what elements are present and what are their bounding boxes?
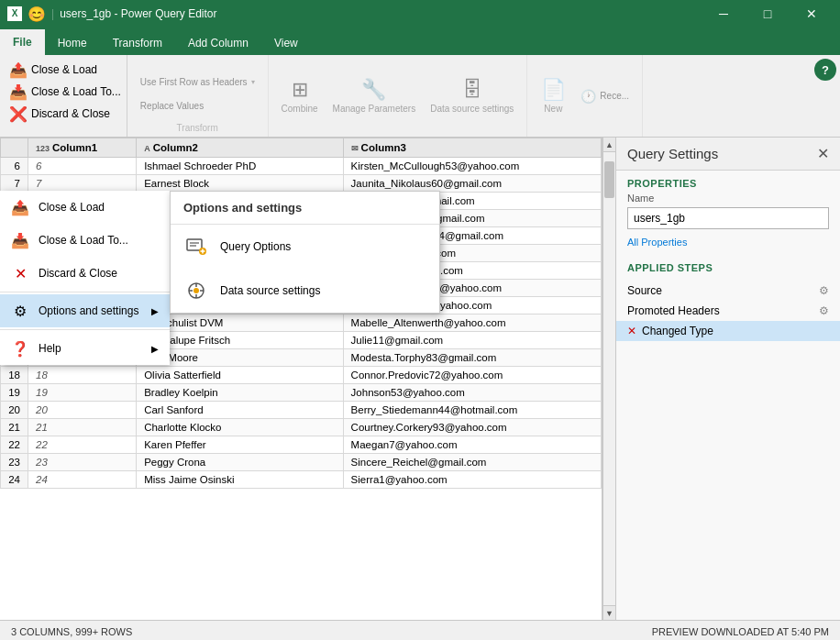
data-source-settings-btn[interactable]: 🗄 Data source settings bbox=[425, 68, 519, 125]
step-item[interactable]: Source⚙ bbox=[616, 281, 840, 301]
scroll-thumb[interactable] bbox=[604, 161, 614, 198]
menu-item-discard-close[interactable]: ✕ Discard & Close bbox=[0, 257, 170, 290]
row-index-cell: 6 bbox=[1, 158, 28, 175]
col-header-email: ✉Column3 bbox=[343, 138, 601, 158]
menu-divider-1 bbox=[0, 292, 170, 292]
recent-btn[interactable]: 🕐 Rece... bbox=[575, 85, 635, 107]
row-email-cell: Sincere_Reichel@gmail.com bbox=[343, 454, 601, 471]
tab-view[interactable]: View bbox=[261, 31, 311, 55]
row-email-cell: Courtney.Corkery93@yahoo.com bbox=[343, 419, 601, 436]
tab-transform[interactable]: Transform bbox=[100, 31, 175, 55]
scroll-up-btn[interactable]: ▲ bbox=[603, 138, 615, 152]
status-columns-rows: 3 COLUMNS, 999+ ROWS bbox=[11, 626, 132, 637]
row-name-cell: Bradley Koelpin bbox=[137, 384, 343, 402]
step-item[interactable]: Promoted Headers⚙ bbox=[616, 301, 840, 321]
table-row[interactable]: 2424Miss Jaime OsinskiSierra1@yahoo.com bbox=[1, 471, 602, 489]
menu-item-options[interactable]: ⚙ Options and settings ▶ bbox=[0, 294, 170, 327]
transform-group-label: Transform bbox=[177, 123, 218, 133]
discard-close-btn[interactable]: ❌ Discard & Close bbox=[4, 103, 127, 125]
table-row[interactable]: 2020Carl SanfordBerry_Stiedemann44@hotma… bbox=[1, 402, 602, 419]
query-options-icon bbox=[183, 234, 209, 259]
step-label: Source bbox=[627, 284, 662, 297]
data-source-settings-label: Data source settings bbox=[430, 104, 514, 114]
row-name-cell: Ishmael Schroeder PhD bbox=[137, 158, 343, 175]
app-icon: X bbox=[7, 6, 22, 21]
close-load-label: Close & Load bbox=[31, 63, 97, 76]
row-num-cell: 24 bbox=[28, 471, 137, 489]
vertical-scrollbar[interactable]: ▲ ▼ bbox=[602, 138, 615, 620]
row-email-cell: Maegan7@yahoo.com bbox=[343, 436, 601, 454]
qs-title: Query Settings bbox=[627, 146, 718, 161]
manage-params-label: Manage Parameters bbox=[333, 104, 416, 114]
status-bar: 3 COLUMNS, 999+ ROWS PREVIEW DOWNLOADED … bbox=[0, 620, 840, 640]
step-item[interactable]: ✕Changed Type bbox=[616, 321, 840, 341]
ribbon-group-query: Use First Row as Headers ▾ Replace Value… bbox=[127, 55, 269, 137]
new-icon: 📄 bbox=[541, 78, 566, 102]
close-load-to-label: Close & Load To... bbox=[31, 85, 121, 98]
row-email-cell: Mabelle_Altenwerth@yahoo.com bbox=[343, 314, 601, 332]
qs-name-input[interactable] bbox=[627, 207, 829, 229]
table-row[interactable]: 1919Bradley KoelpinJohnson53@yahoo.com bbox=[1, 384, 602, 402]
title-bar: X 😊 | users_1gb - Power Query Editor ─ □… bbox=[0, 0, 840, 28]
menu-divider-2 bbox=[0, 329, 170, 330]
new-btn[interactable]: 📄 New bbox=[535, 68, 571, 125]
row-name-cell: Charlotte Klocko bbox=[137, 419, 343, 436]
menu-item-close-load-to[interactable]: 📥 Close & Load To... bbox=[0, 224, 170, 257]
qs-all-properties-link[interactable]: All Properties bbox=[616, 237, 840, 255]
close-load-menu-icon: 📤 bbox=[11, 198, 29, 216]
menu-item-close-load[interactable]: 📤 Close & Load bbox=[0, 191, 170, 224]
row-num-cell: 19 bbox=[28, 384, 137, 402]
close-load-to-btn[interactable]: 📥 Close & Load To... bbox=[4, 81, 127, 103]
scroll-track[interactable] bbox=[603, 152, 615, 605]
replace-values-btn[interactable]: Replace Values bbox=[135, 94, 260, 116]
close-load-to-icon: 📥 bbox=[9, 83, 28, 101]
row-index-cell: 18 bbox=[1, 367, 28, 384]
table-row[interactable]: 77Earnest BlockJaunita_Nikolaus60@gmail.… bbox=[1, 175, 602, 193]
help-btn[interactable]: ? bbox=[814, 59, 836, 81]
col-header-num: 123Column1 bbox=[28, 138, 137, 158]
ribbon-help-area: ? bbox=[814, 59, 836, 81]
row-email-cell: Kirsten_McCullough53@yahoo.com bbox=[343, 158, 601, 175]
close-load-btn[interactable]: 📤 Close & Load bbox=[4, 59, 127, 81]
tab-home[interactable]: Home bbox=[45, 31, 100, 55]
file-menu: 📤 Close & Load 📥 Close & Load To... ✕ Di… bbox=[0, 191, 170, 365]
table-row[interactable]: 2323Peggy CronaSincere_Reichel@gmail.com bbox=[1, 454, 602, 471]
row-num-cell: 20 bbox=[28, 402, 137, 419]
table-row[interactable]: 2121Charlotte KlockoCourtney.Corkery93@y… bbox=[1, 419, 602, 436]
submenu-data-source-settings[interactable]: Data source settings bbox=[171, 269, 439, 313]
table-row[interactable]: 2222Karen PfefferMaegan7@yahoo.com bbox=[1, 436, 602, 454]
ribbon-group-combine: ⊞ Combine 🔧 Manage Parameters 🗄 Data sou… bbox=[269, 55, 528, 137]
qs-close-btn[interactable]: ✕ bbox=[817, 145, 829, 162]
submenu-query-options[interactable]: Query Options bbox=[171, 225, 439, 269]
options-arrow-icon: ▶ bbox=[151, 306, 159, 316]
row-index-cell: 21 bbox=[1, 419, 28, 436]
qs-name-label: Name bbox=[616, 193, 840, 207]
data-source-settings-icon: 🗄 bbox=[462, 78, 482, 102]
step-gear-icon[interactable]: ⚙ bbox=[819, 304, 829, 317]
ribbon-tabs: File Home Transform Add Column View bbox=[0, 28, 840, 55]
use-first-row-btn[interactable]: Use First Row as Headers ▾ bbox=[135, 71, 260, 93]
manage-params-btn[interactable]: 🔧 Manage Parameters bbox=[327, 68, 422, 125]
minimize-btn[interactable]: ─ bbox=[702, 0, 745, 28]
col-header-name: AColumn2 bbox=[137, 138, 343, 158]
manage-params-icon: 🔧 bbox=[361, 78, 386, 102]
discard-close-menu-label: Discard & Close bbox=[39, 267, 117, 280]
row-name-cell: Peggy Crona bbox=[137, 454, 343, 471]
menu-item-help[interactable]: ❓ Help ▶ bbox=[0, 332, 170, 365]
applied-steps-list: Source⚙Promoted Headers⚙✕Changed Type bbox=[616, 277, 840, 345]
table-row[interactable]: 1818Olivia SatterfieldConnor.Predovic72@… bbox=[1, 367, 602, 384]
maximize-btn[interactable]: □ bbox=[746, 0, 789, 28]
row-email-cell: Julie11@gmail.com bbox=[343, 332, 601, 349]
row-index-cell: 20 bbox=[1, 402, 28, 419]
table-row[interactable]: 66Ishmael Schroeder PhDKirsten_McCulloug… bbox=[1, 158, 602, 175]
combine-btn[interactable]: ⊞ Combine bbox=[276, 68, 324, 125]
close-btn[interactable]: ✕ bbox=[790, 0, 833, 28]
step-gear-icon[interactable]: ⚙ bbox=[819, 284, 829, 297]
row-email-cell: Jaunita_Nikolaus60@gmail.com bbox=[343, 175, 601, 193]
step-label: Promoted Headers bbox=[627, 304, 720, 317]
tab-file[interactable]: File bbox=[0, 29, 45, 55]
tab-add-column[interactable]: Add Column bbox=[175, 31, 261, 55]
scroll-down-btn[interactable]: ▼ bbox=[603, 605, 615, 620]
window-title: users_1gb - Power Query Editor bbox=[60, 7, 216, 20]
new-label: New bbox=[544, 104, 562, 114]
